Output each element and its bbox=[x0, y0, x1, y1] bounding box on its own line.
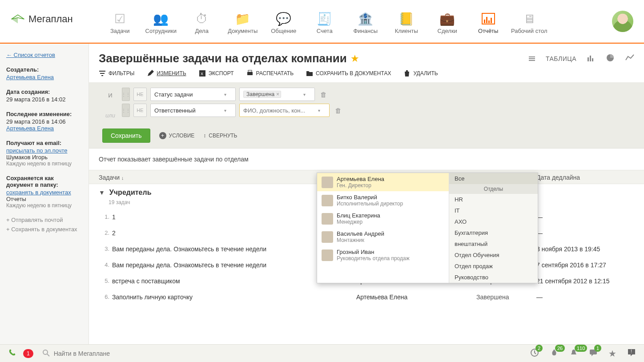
user-avatar[interactable] bbox=[612, 11, 633, 32]
dept-option[interactable]: Отдел Обучения bbox=[449, 249, 538, 261]
favorites-star-icon[interactable]: ★ bbox=[608, 348, 616, 359]
col-deadline[interactable]: Дата дедлайна bbox=[536, 174, 634, 181]
svg-line-14 bbox=[47, 354, 49, 356]
collapse-button[interactable]: ↕СВЕРНУТЬ bbox=[203, 133, 237, 139]
remove-filter-icon[interactable]: 🗑 bbox=[333, 107, 343, 114]
alerts-clock-icon[interactable]: 2 bbox=[530, 348, 539, 358]
save-doc-label: Сохраняется как документ в папку: bbox=[6, 175, 82, 188]
nav-Отчёты[interactable]: Отчёты bbox=[468, 8, 509, 34]
table-row[interactable]: 6.Заполнить личную карточкуАртемьева Еле… bbox=[89, 289, 644, 305]
task-deadline: — bbox=[536, 213, 634, 221]
edit-button[interactable]: ИЗМЕНИТЬ bbox=[147, 70, 186, 77]
email-user: Шумаков Игорь bbox=[6, 154, 82, 161]
notifications-bell-icon[interactable]: 110 bbox=[569, 348, 578, 358]
global-search-input[interactable] bbox=[40, 347, 523, 360]
nav-Задачи[interactable]: ☑Задачи bbox=[100, 8, 141, 34]
person-avatar bbox=[322, 177, 333, 188]
filters-button[interactable]: ФИЛЬТРЫ bbox=[99, 70, 134, 77]
person-option[interactable]: Васильев АндрейМонтажник bbox=[317, 228, 449, 246]
back-to-reports-link[interactable]: ← Список отчетов bbox=[6, 52, 82, 58]
filter-row-1: ⋮⋮ НЕ Статус задачи Завершена 🗑 bbox=[122, 88, 631, 101]
remove-filter-icon[interactable]: 🗑 bbox=[318, 91, 329, 98]
svg-rect-1 bbox=[484, 20, 485, 23]
nav-Документы[interactable]: 📁Документы bbox=[222, 8, 263, 34]
add-save-docs[interactable]: Сохранять в документах bbox=[6, 226, 82, 233]
task-deadline: 3 ноября 2013 в 19:45 bbox=[536, 245, 634, 253]
delete-button[interactable]: УДАЛИТЬ bbox=[403, 70, 438, 77]
chat-icon[interactable]: 1 bbox=[589, 348, 598, 358]
updated-label: Последнее изменение: bbox=[6, 111, 82, 117]
logo[interactable]: Мегаплан bbox=[11, 13, 73, 25]
person-option[interactable]: Блиц ЕкатеринаМенеджер bbox=[317, 209, 449, 228]
add-send-mail[interactable]: Отправлять почтой bbox=[6, 217, 82, 223]
collapse-group-icon[interactable]: ▼ bbox=[99, 189, 105, 196]
nav-Рабочий стол[interactable]: 🖥Рабочий стол bbox=[509, 8, 550, 34]
updated-by-link[interactable]: Артемьева Елена bbox=[6, 125, 54, 132]
line-chart-icon[interactable] bbox=[625, 54, 634, 63]
svg-text:!: ! bbox=[631, 349, 632, 354]
logic-or[interactable]: или bbox=[102, 112, 118, 119]
global-search[interactable] bbox=[40, 347, 523, 360]
dept-header: Отделы bbox=[449, 184, 538, 194]
filter-field-select[interactable]: Статус задачи bbox=[150, 88, 236, 101]
dept-option[interactable]: HR bbox=[449, 194, 538, 205]
creator-link[interactable]: Артемьева Елена bbox=[6, 74, 54, 80]
dept-filter-panel: Все Отделы HRITАХОБухгалтериявнештатныйО… bbox=[449, 173, 538, 283]
responsible-input[interactable] bbox=[239, 104, 330, 117]
nav-Сделки[interactable]: 💼Сделки bbox=[427, 8, 468, 34]
filter-field-select[interactable]: Ответственный bbox=[150, 104, 236, 117]
dept-option[interactable]: IT bbox=[449, 205, 538, 216]
favorite-star-icon[interactable]: ★ bbox=[350, 53, 359, 64]
nav-Счета[interactable]: 🧾Счета bbox=[304, 8, 345, 34]
phone-badge: 1 bbox=[23, 349, 33, 358]
not-toggle[interactable]: НЕ bbox=[133, 88, 147, 101]
list-view-icon[interactable] bbox=[529, 56, 535, 61]
dept-option[interactable]: АХО bbox=[449, 216, 538, 227]
svg-rect-11 bbox=[247, 72, 253, 75]
row-number: 5. bbox=[99, 278, 112, 285]
person-option[interactable]: Битко ВалерийИсполнительный директор bbox=[317, 191, 449, 209]
person-option[interactable]: Грозный ИванРуководитель отдела продаж bbox=[317, 246, 449, 264]
feedback-icon[interactable]: ! bbox=[627, 348, 636, 358]
nav-Клиенты[interactable]: 📒Клиенты bbox=[386, 8, 427, 34]
bar-chart-icon[interactable] bbox=[587, 54, 595, 63]
person-avatar bbox=[322, 195, 333, 206]
sidebar: ← Список отчетов Создатель:Артемьева Еле… bbox=[0, 44, 89, 344]
save-docs-link[interactable]: сохранять в документах bbox=[6, 189, 71, 196]
report-description: Отчет показывает завершённые задачи по о… bbox=[89, 149, 644, 170]
nav-Общение[interactable]: 💬Общение bbox=[263, 8, 304, 34]
task-name[interactable]: Заполнить личную карточку bbox=[112, 294, 356, 301]
pie-chart-icon[interactable] bbox=[606, 53, 615, 64]
top-nav: Мегаплан ☑Задачи👥Сотрудники⏱Дела📁Докумен… bbox=[0, 0, 644, 43]
logic-and: И bbox=[102, 92, 118, 99]
dept-option[interactable]: Бухгалтерия bbox=[449, 227, 538, 238]
filter-tag[interactable]: Завершена bbox=[243, 91, 281, 98]
dept-option[interactable]: Руководство bbox=[449, 272, 538, 283]
person-option[interactable]: Артемьева ЕленаГен. Директор bbox=[317, 173, 449, 191]
email-send-link[interactable]: присылать по эл.почте bbox=[6, 147, 67, 154]
drag-handle-icon[interactable]: ⋮⋮ bbox=[122, 88, 130, 101]
save-to-docs-button[interactable]: СОХРАНИТЬ В ДОКУМЕНТАХ bbox=[306, 70, 391, 77]
add-condition-button[interactable]: +УСЛОВИЕ bbox=[159, 132, 195, 139]
row-number: 2. bbox=[99, 229, 112, 237]
dept-option[interactable]: внештатный bbox=[449, 238, 538, 249]
svg-text:X: X bbox=[201, 72, 203, 76]
nav-Финансы[interactable]: 🏦Финансы bbox=[345, 8, 386, 34]
dept-option[interactable]: Отдел продаж bbox=[449, 261, 538, 272]
nav-Дела[interactable]: ⏱Дела bbox=[181, 8, 222, 34]
not-toggle[interactable]: НЕ bbox=[133, 104, 147, 117]
nav-Сотрудники[interactable]: 👥Сотрудники bbox=[141, 8, 181, 34]
filter-value-select[interactable]: Завершена bbox=[239, 88, 315, 101]
phone-icon[interactable] bbox=[8, 349, 16, 358]
view-mode-label[interactable]: ТАБЛИЦА bbox=[546, 55, 576, 62]
svg-point-13 bbox=[43, 350, 48, 354]
dept-all[interactable]: Все bbox=[449, 173, 538, 184]
hot-icon[interactable]: 26 bbox=[550, 348, 559, 358]
drag-handle-icon[interactable]: ⋮⋮ bbox=[122, 104, 130, 117]
print-button[interactable]: РАСПЕЧАТАТЬ bbox=[246, 70, 294, 77]
save-filter-button[interactable]: Сохранить bbox=[102, 129, 150, 143]
row-number: 4. bbox=[99, 261, 112, 269]
person-avatar bbox=[322, 231, 333, 243]
export-button[interactable]: XЭКСПОРТ bbox=[199, 70, 234, 77]
report-title: Завершённые задачи на отделах компании bbox=[99, 52, 347, 65]
